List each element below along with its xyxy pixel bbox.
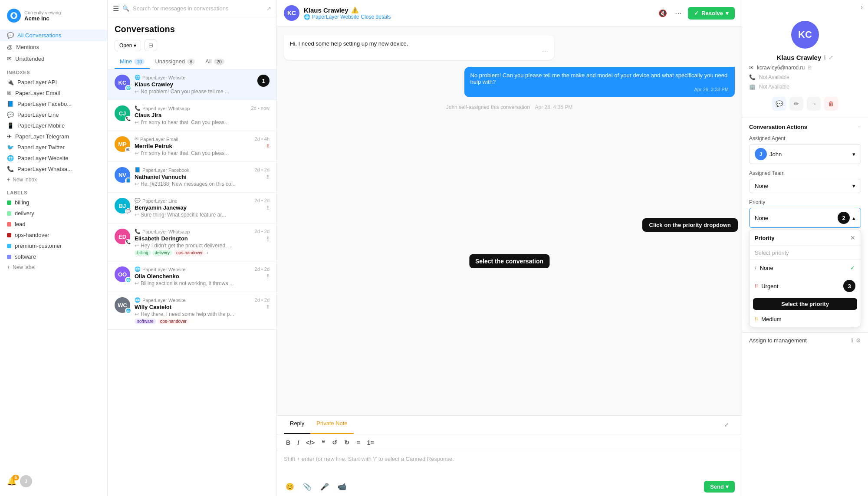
conversation-item[interactable]: CJ 📞 📞 PaperLayer Whatsapp Claus Jira ↩I… xyxy=(108,100,276,131)
info-mgmt-button[interactable]: ℹ xyxy=(851,337,853,344)
avatar: MP ✉ xyxy=(115,136,130,152)
attach-button[interactable]: 📎 xyxy=(301,481,313,493)
priority-option-medium[interactable]: !! Medium xyxy=(750,312,861,327)
undo-button[interactable]: ↺ xyxy=(330,438,339,447)
conversation-item[interactable]: ED 📞 📞PaperLayer Whatsapp Elisabeth Deri… xyxy=(108,223,276,261)
conv-content: ✉PaperLayer Email Merrile Petruk ↩I'm so… xyxy=(135,136,250,156)
inbox-twitter[interactable]: 🐦PaperLayer Twitter xyxy=(0,142,107,153)
user-avatar[interactable]: J xyxy=(20,475,32,487)
avatar: KC 🌐 xyxy=(115,75,130,90)
copy-icon[interactable]: ⎘ xyxy=(808,65,811,71)
edit-action-button[interactable]: ✏ xyxy=(789,97,803,111)
new-inbox-button[interactable]: + New inbox xyxy=(0,174,107,185)
mute-button[interactable]: 🔇 xyxy=(657,7,669,19)
hamburger-icon[interactable]: ☰ xyxy=(113,4,119,13)
label-premium-customer[interactable]: premium-customer xyxy=(0,240,107,251)
reply-tab[interactable]: Reply xyxy=(284,416,310,434)
delete-action-button[interactable]: 🗑 xyxy=(824,97,838,111)
conv-toolbar: Open ▾ ⊟ xyxy=(115,39,270,51)
priority-option-urgent[interactable]: !! Urgent 3 xyxy=(750,276,861,296)
send-button[interactable]: Send ▾ xyxy=(704,481,735,493)
conversation-item[interactable]: OO 🌐 🌐PaperLayer Website Olia Olenchenko… xyxy=(108,261,276,292)
top-actions: 🔇 ⋯ ✓ Klaus Crawley Resolve ▾ xyxy=(657,7,735,20)
tab-mine[interactable]: Mine 10 xyxy=(115,55,150,69)
resolve-button[interactable]: ✓ Klaus Crawley Resolve ▾ xyxy=(688,7,735,20)
sidebar-item-mentions[interactable]: @ Mentions xyxy=(0,41,107,53)
emoji-button[interactable]: 😊 xyxy=(284,481,296,493)
inbox-facebook[interactable]: 📘PaperLayer Facebo... xyxy=(0,99,107,109)
assigned-agent-dropdown[interactable]: J John ▾ xyxy=(749,144,861,164)
conversation-item[interactable]: MP ✉ ✉PaperLayer Email Merrile Petruk ↩I… xyxy=(108,131,276,162)
new-label-button[interactable]: + New label xyxy=(0,262,107,273)
sidebar-item-all-conversations[interactable]: 💬 All Conversations xyxy=(0,30,107,41)
tab-unassigned[interactable]: Unassigned 8 xyxy=(150,55,200,69)
video-button[interactable]: 📹 xyxy=(336,481,348,493)
conv-source: ✉PaperLayer Email xyxy=(135,136,250,142)
notification-bell-icon[interactable]: 🔔 6 xyxy=(7,476,16,486)
panel-collapse-button[interactable]: › xyxy=(861,3,863,10)
search-expand-icon[interactable]: ↗ xyxy=(266,5,271,12)
close-priority-button[interactable]: ✕ xyxy=(850,234,855,241)
bold-button[interactable]: B xyxy=(284,438,293,447)
forward-action-button[interactable]: → xyxy=(807,97,821,111)
priority-option-none[interactable]: / None ✓ xyxy=(750,260,861,276)
search-input[interactable] xyxy=(133,5,263,12)
conversation-item[interactable]: WC 🌐 🌐PaperLayer Website Willy Castelot … xyxy=(108,292,276,330)
label-delivery[interactable]: delivery xyxy=(0,208,107,219)
message-action-button[interactable]: 💬 xyxy=(772,97,786,111)
label-ops-handover[interactable]: ops-handover xyxy=(0,230,107,240)
search-icon: 🔍 xyxy=(122,5,129,12)
conversation-item[interactable]: BJ 💬 💬PaperLayer Line Benyamin Janeway ↩… xyxy=(108,193,276,223)
inbox-email[interactable]: ✉PaperLayer Email xyxy=(0,88,107,99)
inboxes-section-title: Inboxes xyxy=(0,65,107,77)
inbox-line[interactable]: 💬PaperLayer Line xyxy=(0,109,107,120)
label-software[interactable]: software xyxy=(0,251,107,262)
assign-management[interactable]: Assign to management ℹ ⚙ xyxy=(742,332,868,348)
status-dropdown[interactable]: Open ▾ xyxy=(115,40,141,51)
conversation-topbar: KC Klaus Crawley ⚠️ 🌐 PaperLayer Website… xyxy=(277,0,742,26)
inbox-telegram[interactable]: ✈PaperLayer Telegram xyxy=(0,131,107,142)
priority-dropdown-trigger[interactable]: None 2 ▴ xyxy=(749,208,861,228)
conv-content: 💬PaperLayer Line Benyamin Janeway ↩Sure … xyxy=(135,198,250,218)
inbox-whatsapp[interactable]: 📞PaperLayer Whatsa... xyxy=(0,164,107,174)
channel-icon: 📞 xyxy=(125,239,131,245)
label-lead[interactable]: lead xyxy=(0,219,107,230)
italic-button[interactable]: I xyxy=(295,438,301,447)
contact-avatar: KC xyxy=(284,5,299,21)
assigned-team-dropdown[interactable]: None ▾ xyxy=(749,179,861,193)
priority-badge: !! xyxy=(266,304,270,310)
conv-source: 🌐 PaperLayer Website xyxy=(135,75,253,80)
ordered-list-button[interactable]: 1≡ xyxy=(365,438,376,447)
message-options-button[interactable]: ⋯ xyxy=(542,48,548,55)
avatar: NV 📘 xyxy=(115,167,130,183)
code-button[interactable]: </> xyxy=(304,438,317,447)
actions-collapse-button[interactable]: − xyxy=(858,123,861,130)
close-details-button[interactable]: Close details xyxy=(361,14,391,20)
quote-button[interactable]: ❝ xyxy=(319,438,327,447)
conversation-item[interactable]: NV 📘 📘PaperLayer Facebook Nathaniel Vann… xyxy=(108,162,276,193)
filter-button[interactable]: ⊟ xyxy=(145,39,157,51)
more-tags[interactable]: › xyxy=(207,250,208,256)
conversation-list: KC 🌐 🌐 PaperLayer Website Klaus Crawley … xyxy=(108,69,276,496)
sidebar-item-unattended[interactable]: ✉ Unattended xyxy=(0,53,107,65)
private-note-tab[interactable]: Private Note xyxy=(310,416,354,434)
audio-button[interactable]: 🎤 xyxy=(319,481,331,493)
unattended-icon: ✉ xyxy=(7,56,12,62)
list-button[interactable]: ≡ xyxy=(354,438,362,447)
settings-mgmt-button[interactable]: ⚙ xyxy=(856,337,861,344)
priority-search-input[interactable] xyxy=(755,250,855,256)
inbox-api[interactable]: 🔌PaperLayer API xyxy=(0,77,107,88)
conversation-item[interactable]: KC 🌐 🌐 PaperLayer Website Klaus Crawley … xyxy=(108,69,276,100)
inbox-website[interactable]: 🌐PaperLayer Website xyxy=(0,153,107,164)
label-billing[interactable]: billing xyxy=(0,197,107,208)
contact-email: ✉ kcrawley6@narod.ru ⎘ xyxy=(749,63,861,72)
channel-icon: 🌐 xyxy=(304,14,310,20)
expand-reply-button[interactable]: ⤢ xyxy=(723,420,730,430)
tab-all[interactable]: All 20 xyxy=(200,55,230,69)
more-options-button[interactable]: ⋯ xyxy=(673,7,684,19)
priority-slash-icon: / xyxy=(755,265,756,271)
conv-source: 📞 PaperLayer Whatsapp xyxy=(135,105,247,111)
redo-button[interactable]: ↻ xyxy=(342,438,352,447)
conv-header: Conversations Open ▾ ⊟ xyxy=(108,17,276,55)
inbox-mobile[interactable]: 📱PaperLayer Mobile xyxy=(0,120,107,131)
